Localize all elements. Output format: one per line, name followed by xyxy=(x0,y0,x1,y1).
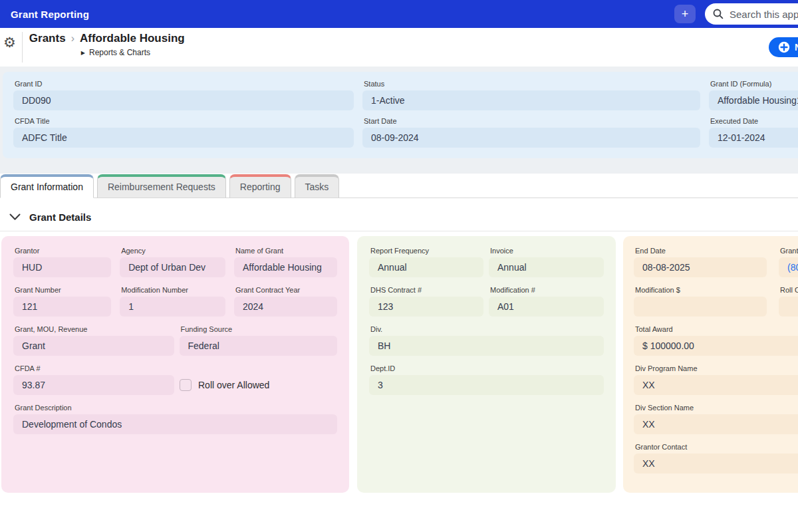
field-start-date: Start Date 08-09-2024 xyxy=(362,117,700,148)
card-award-info: End Date 08-08-2025 Grantor (800 Modific… xyxy=(623,236,798,493)
field-grant-id-value: DD090 xyxy=(13,90,354,110)
search-placeholder: Search this app xyxy=(730,9,798,20)
tab-reporting[interactable]: Reporting xyxy=(229,174,291,198)
field-grant-mou-revenue: Grant, MOU, Revenue Grant xyxy=(13,325,174,356)
field-executed-date: Executed Date 12-01-2024 xyxy=(709,117,798,148)
field-cfda-number: CFDA # 93.87 xyxy=(13,364,174,395)
field-invoice: Invoice Annual xyxy=(489,247,604,277)
field-cfda-title: CFDA Title ADFC Title xyxy=(13,117,354,148)
field-name-of-grant: Name of Grant Affordable Housing xyxy=(234,247,337,277)
breadcrumb: Grants › Affordable Housing xyxy=(29,32,185,45)
field-grant-description: Grant Description Development of Condos xyxy=(13,404,337,434)
grantor-phone-link[interactable]: (800 xyxy=(779,257,798,277)
field-dept-id: Dept.ID 3 xyxy=(369,364,604,395)
card-grant-info: Grantor HUD Agency Dept of Urban Dev Nam… xyxy=(1,236,349,493)
field-end-date: End Date 08-08-2025 xyxy=(634,247,767,277)
search-input[interactable]: Search this app xyxy=(705,3,798,25)
field-cfda-title-value: ADFC Title xyxy=(13,128,354,148)
chevron-down-icon[interactable] xyxy=(9,213,21,221)
search-icon xyxy=(713,9,724,19)
field-status: Status 1-Active xyxy=(362,80,700,110)
field-funding-source: Funding Source Federal xyxy=(180,325,338,356)
field-grant-id: Grant ID DD090 xyxy=(13,80,354,110)
field-report-frequency: Report Frequency Annual xyxy=(369,247,483,277)
roll-over-checkbox[interactable] xyxy=(180,379,192,391)
tab-grant-information[interactable]: Grant Information xyxy=(0,174,94,198)
breadcrumb-current: Affordable Housing xyxy=(80,32,185,45)
tab-tasks[interactable]: Tasks xyxy=(295,174,340,198)
tab-bar: Grant Information Reimbursement Requests… xyxy=(0,174,798,198)
header-divider xyxy=(22,32,23,63)
field-grant-contract-year: Grant Contract Year 2024 xyxy=(234,286,337,317)
section-title: Grant Details xyxy=(29,211,91,223)
field-div-program-name: Div Program Name XX xyxy=(634,364,798,395)
triangle-right-icon: ▶ xyxy=(81,50,85,56)
gear-icon[interactable]: ⚙ xyxy=(3,35,16,51)
field-dhs-contract-number: DHS Contract # 123 xyxy=(369,286,483,317)
app-title: Grant Reporting xyxy=(11,9,89,20)
field-total-award: Total Award $ 100000.00 xyxy=(634,325,798,356)
summary-panel: Grant ID DD090 Status 1-Active Grant ID … xyxy=(3,72,798,158)
grant-details-header: Grant Details xyxy=(0,198,798,231)
page-header: ⚙ Grants › Affordable Housing ▶ Reports … xyxy=(0,28,798,66)
field-start-date-value: 08-09-2024 xyxy=(362,128,700,148)
reports-charts-link[interactable]: ▶ Reports & Charts xyxy=(81,48,185,57)
add-record-button[interactable]: + xyxy=(674,5,696,23)
top-app-bar: Grant Reporting + Search this app xyxy=(0,0,798,28)
grant-details-cards: Grantor HUD Agency Dept of Urban Dev Nam… xyxy=(0,231,798,493)
field-grant-id-formula-value: Affordable Housing1 xyxy=(709,90,798,110)
roll-over-allowed: Roll over Allowed xyxy=(180,375,269,395)
breadcrumb-grants[interactable]: Grants xyxy=(29,32,66,45)
field-grantor-contact: Grantor Contact XX xyxy=(634,443,798,473)
field-executed-date-value: 12-01-2024 xyxy=(709,128,798,148)
field-div-section-name: Div Section Name XX xyxy=(634,404,798,434)
field-grantor: Grantor HUD xyxy=(13,247,111,277)
field-roll-over-dollars: Roll Ov xyxy=(779,286,798,317)
chevron-right-icon: › xyxy=(71,33,74,45)
field-status-value: 1-Active xyxy=(362,90,700,110)
plus-circle-icon xyxy=(778,41,790,53)
field-modification-hash: Modification # A01 xyxy=(489,286,604,317)
reports-charts-label: Reports & Charts xyxy=(89,48,150,57)
new-button-label: Ne xyxy=(795,42,798,53)
field-grant-number: Grant Number 121 xyxy=(13,286,111,317)
card-admin-info: Report Frequency Annual Invoice Annual D… xyxy=(357,236,616,493)
roll-over-label: Roll over Allowed xyxy=(198,380,269,390)
field-agency: Agency Dept of Urban Dev xyxy=(120,247,225,277)
tab-reimbursement-requests[interactable]: Reimbursement Requests xyxy=(97,174,226,198)
field-grantor-phone: Grantor (800 xyxy=(779,247,798,277)
field-modification-dollars: Modification $ xyxy=(634,286,767,317)
summary-band: Grant ID DD090 Status 1-Active Grant ID … xyxy=(0,66,798,174)
field-div: Div. BH xyxy=(369,325,604,356)
plus-icon: + xyxy=(682,7,689,21)
field-grant-id-formula: Grant ID (Formula) Affordable Housing1 xyxy=(709,80,798,110)
new-button[interactable]: Ne xyxy=(769,37,798,57)
field-modification-number: Modification Number 1 xyxy=(120,286,225,317)
